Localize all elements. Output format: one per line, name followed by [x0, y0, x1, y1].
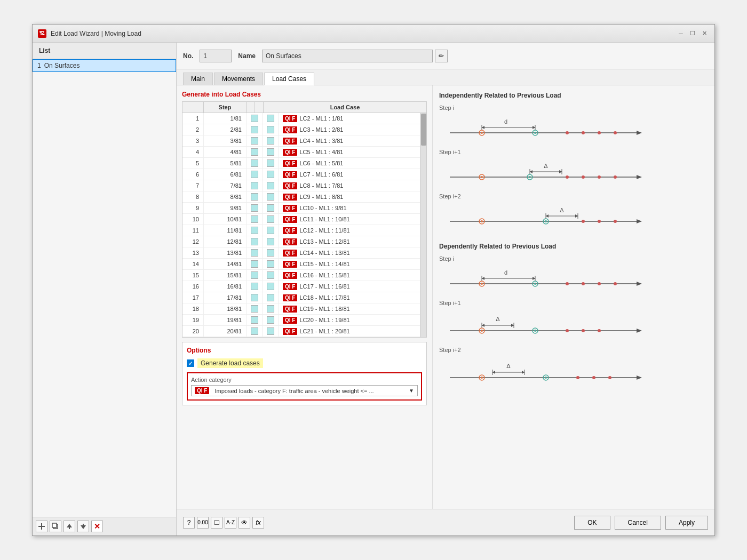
generate-checkbox[interactable]: ✓ — [187, 359, 194, 367]
svg-point-82 — [534, 330, 536, 332]
action-category-dropdown[interactable]: QI F Imposed loads - category F: traffic… — [191, 385, 418, 396]
close-button[interactable]: ✕ — [700, 29, 709, 38]
qi-badge: QI F — [283, 182, 297, 189]
row-step: 19/81 — [204, 315, 247, 325]
tool-az-button[interactable]: A-Z — [225, 517, 236, 529]
row-color1 — [247, 191, 263, 202]
options-title: Options — [187, 347, 422, 354]
row-num: 18 — [182, 303, 204, 314]
row-lc-text: LC3 - ML1 : 2/81 — [299, 126, 343, 133]
row-loadcase: QI F LC3 - ML1 : 2/81 — [279, 124, 426, 135]
svg-rect-3 — [52, 523, 57, 527]
row-num: 11 — [182, 225, 204, 236]
row-lc-text: LC9 - ML1 : 8/81 — [299, 194, 343, 200]
row-loadcase: QI F LC12 - ML1 : 11/81 — [279, 225, 426, 236]
step-i-dep-label: Step i — [439, 255, 708, 262]
step-i-dep-diagram: d — [439, 265, 653, 294]
move-up-button[interactable] — [63, 521, 75, 532]
svg-point-37 — [582, 175, 585, 179]
generate-section: Generate into Load Cases Step Load Case — [182, 91, 427, 338]
tool-formula-button[interactable]: fx — [252, 517, 264, 529]
svg-point-49 — [481, 220, 483, 222]
qi-badge: QI F — [283, 126, 297, 133]
svg-point-69 — [598, 282, 601, 285]
action-category-title: Action category — [191, 377, 418, 383]
row-color2 — [263, 214, 279, 225]
row-step: 8/81 — [204, 191, 247, 202]
svg-marker-61 — [533, 277, 535, 280]
row-color2 — [263, 247, 279, 258]
svg-marker-45 — [546, 214, 549, 218]
no-input[interactable] — [200, 50, 232, 62]
row-loadcase: QI F LC10 - ML1 : 9/81 — [279, 203, 426, 213]
table-row: 9 9/81 QI F LC10 - ML1 : 9/81 — [182, 203, 426, 214]
tab-load-cases[interactable]: Load Cases — [264, 73, 314, 85]
maximize-button[interactable]: ☐ — [688, 29, 697, 38]
th-step: Step — [204, 102, 247, 113]
list-toolbar: ✕ — [33, 517, 176, 535]
apply-button[interactable]: Apply — [665, 516, 708, 530]
svg-point-54 — [614, 220, 617, 223]
cancel-button[interactable]: Cancel — [615, 516, 661, 530]
duplicate-button[interactable] — [50, 521, 61, 532]
left-panel: List 1 On Surfaces ✕ — [33, 43, 177, 535]
tool-eye-button[interactable]: 👁 — [239, 517, 250, 529]
row-step: 6/81 — [204, 169, 247, 180]
tab-content-area: Generate into Load Cases Step Load Case — [177, 85, 714, 509]
scrollbar[interactable] — [420, 113, 426, 337]
svg-point-38 — [598, 175, 601, 179]
row-lc-text: LC8 - ML1 : 7/81 — [299, 182, 343, 189]
row-color1 — [247, 169, 263, 180]
row-num: 12 — [182, 236, 204, 247]
qi-badge: QI F — [283, 216, 297, 223]
row-step: 17/81 — [204, 292, 247, 303]
tool-help-button[interactable]: ? — [183, 517, 195, 529]
tab-main[interactable]: Main — [183, 73, 213, 85]
table-row: 16 16/81 QI F LC17 - ML1 : 16/81 — [182, 281, 426, 292]
step-i2-ind-diagram: Δ — [439, 203, 653, 232]
action-category-box: Action category QI F Imposed loads - cat… — [187, 372, 422, 401]
title-bar: 🏗 Edit Load Wizard | Moving Load ─ ☐ ✕ — [33, 25, 714, 43]
table-row: 15 15/81 QI F LC16 - ML1 : 15/81 — [182, 270, 426, 281]
table-row: 18 18/81 QI F LC19 - ML1 : 18/81 — [182, 303, 426, 315]
row-lc-text: LC21 - ML1 : 20/81 — [299, 328, 349, 334]
svg-marker-56 — [637, 282, 642, 286]
delete-button[interactable]: ✕ — [91, 521, 103, 532]
load-case-table: Step Load Case 1 1/81 QI F LC2 - ML1 : — [182, 101, 427, 338]
tool-00-button[interactable]: 0.00 — [197, 517, 209, 529]
ok-button[interactable]: OK — [574, 516, 610, 530]
svg-rect-7 — [83, 524, 84, 525]
name-input[interactable] — [262, 50, 433, 62]
svg-text:d: d — [504, 269, 507, 276]
qi-badge: QI F — [283, 294, 297, 301]
svg-point-33 — [481, 176, 483, 178]
svg-point-84 — [582, 329, 585, 332]
minimize-button[interactable]: ─ — [676, 29, 686, 38]
svg-point-83 — [566, 329, 569, 332]
row-lc-text: LC4 - ML1 : 3/81 — [299, 138, 343, 144]
right-panel: No. Name ✏ Main Movements Load Cases — [177, 43, 714, 535]
row-color1 — [247, 247, 263, 258]
row-num: 7 — [182, 180, 204, 191]
table-row: 19 19/81 QI F LC20 - ML1 : 19/81 — [182, 315, 426, 326]
list-item-1[interactable]: 1 On Surfaces — [33, 59, 176, 72]
svg-point-20 — [566, 131, 569, 134]
move-down-button[interactable] — [77, 521, 89, 532]
row-step: 15/81 — [204, 270, 247, 281]
generate-label: Generate load cases — [197, 358, 263, 368]
row-step: 4/81 — [204, 147, 247, 157]
row-loadcase: QI F LC19 - ML1 : 18/81 — [279, 303, 426, 314]
tab-movements[interactable]: Movements — [214, 73, 263, 85]
name-edit-button[interactable]: ✏ — [435, 50, 448, 62]
qi-badge: QI F — [283, 194, 297, 201]
svg-marker-76 — [482, 324, 484, 327]
tool-select-button[interactable]: ☐ — [211, 517, 222, 529]
row-color1 — [247, 281, 263, 292]
row-lc-text: LC7 - ML1 : 6/81 — [299, 171, 343, 178]
row-color1 — [247, 124, 263, 135]
row-loadcase: QI F LC8 - ML1 : 7/81 — [279, 180, 426, 191]
row-color1 — [247, 315, 263, 325]
scrollbar-thumb[interactable] — [421, 114, 426, 146]
svg-marker-25 — [637, 175, 642, 179]
add-item-button[interactable] — [36, 521, 47, 532]
